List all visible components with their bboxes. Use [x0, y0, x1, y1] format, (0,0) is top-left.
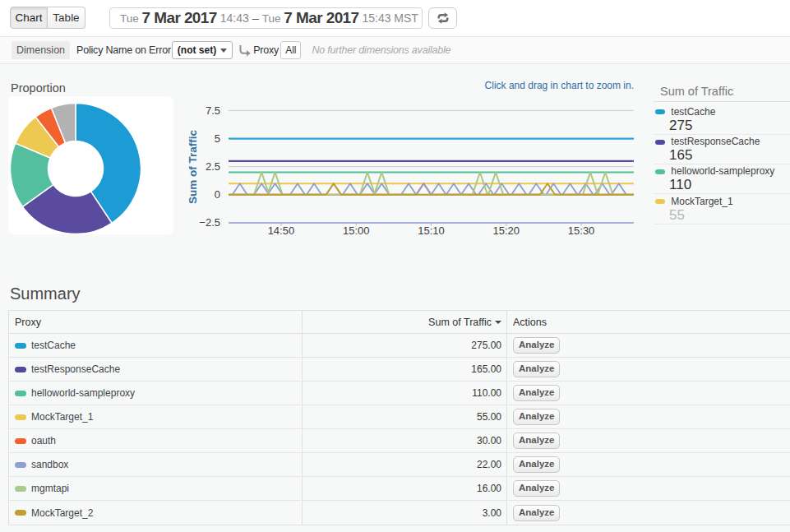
svg-text:5: 5: [215, 132, 220, 145]
svg-text:14:50: 14:50: [268, 224, 295, 237]
svg-text:15:10: 15:10: [418, 224, 445, 237]
svg-text:Click and drag in chart to zoo: Click and drag in chart to zoom in.: [485, 80, 634, 91]
svg-text:7.5: 7.5: [206, 104, 220, 117]
svg-text:Sum of Traffic: Sum of Traffic: [187, 130, 199, 205]
svg-text:0: 0: [215, 188, 220, 201]
svg-text:15:20: 15:20: [493, 224, 520, 237]
svg-text:−2.5: −2.5: [199, 216, 220, 229]
svg-text:15:30: 15:30: [568, 224, 595, 237]
svg-text:15:00: 15:00: [343, 224, 370, 237]
svg-text:2.5: 2.5: [206, 160, 220, 173]
